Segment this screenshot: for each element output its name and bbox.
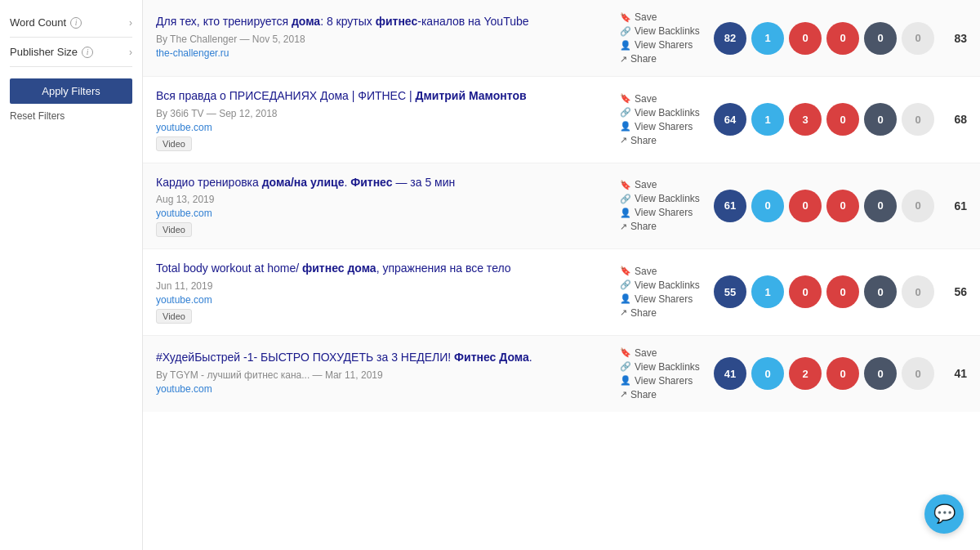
view-sharers-label: View Sharers [635, 121, 693, 132]
article-info: Для тех, кто тренируется дома: 8 крутых … [156, 14, 612, 62]
article-domain[interactable]: youtube.com [156, 208, 612, 219]
share-icon: ↗ [620, 389, 627, 400]
article-title[interactable]: Для тех, кто тренируется дома: 8 крутых … [156, 14, 612, 30]
save-icon: 🔖 [620, 266, 631, 276]
view-sharers-action[interactable]: 👤 View Sharers [620, 293, 706, 305]
view-backlinks-label: View Backlinks [635, 193, 700, 204]
share-label: Share [630, 53, 657, 65]
share-icon: ↗ [620, 54, 627, 65]
video-badge: Video [156, 309, 192, 324]
backlinks-icon: 🔗 [620, 279, 631, 290]
article-domain[interactable]: youtube.com [156, 294, 612, 306]
view-sharers-action[interactable]: 👤 View Sharers [620, 207, 706, 218]
article-info: #ХудейБыстрей -1- БЫСТРО ПОХУДЕТЬ за 3 Н… [156, 350, 612, 398]
view-sharers-label: View Sharers [635, 207, 693, 218]
save-label: Save [635, 179, 657, 190]
article-actions: 🔖 Save 🔗 View Backlinks 👤 View Sharers ↗… [620, 347, 706, 400]
view-backlinks-action[interactable]: 🔗 View Backlinks [620, 361, 706, 373]
pinterest-circle: 0 [826, 357, 859, 390]
facebook-circle: 0 [751, 190, 784, 222]
save-label: Save [635, 266, 657, 277]
view-sharers-label: View Sharers [635, 293, 693, 305]
article-title[interactable]: Вся правда о ПРИСЕДАНИЯХ Дома | ФИТНЕС |… [156, 88, 612, 105]
share-label: Share [630, 135, 657, 146]
word-count-filter[interactable]: Word Count i › [10, 8, 132, 38]
view-backlinks-label: View Backlinks [635, 25, 700, 37]
article-title[interactable]: #ХудейБыстрей -1- БЫСТРО ПОХУДЕТЬ за 3 Н… [156, 350, 612, 366]
backlinks-icon: 🔗 [620, 194, 631, 204]
article-title[interactable]: Кардио тренировка дома/на улице. Фитнес … [156, 175, 612, 191]
facebook-circle: 0 [751, 357, 784, 390]
article-domain[interactable]: youtube.com [156, 383, 612, 395]
reddit-circle: 0 [789, 275, 822, 308]
article-domain[interactable]: the-challenger.ru [156, 47, 612, 59]
save-action[interactable]: 🔖 Save [620, 93, 706, 105]
view-sharers-label: View Sharers [635, 375, 693, 387]
view-backlinks-action[interactable]: 🔗 View Backlinks [620, 107, 706, 118]
extra-circle: 0 [902, 275, 934, 308]
results-list: Для тех, кто тренируется дома: 8 крутых … [143, 0, 980, 550]
article-actions: 🔖 Save 🔗 View Backlinks 👤 View Sharers ↗… [620, 11, 706, 65]
facebook-circle: 1 [751, 103, 784, 136]
share-action[interactable]: ↗ Share [620, 135, 706, 146]
article-meta: Jun 11, 2019 [156, 280, 612, 292]
extra-circle: 0 [902, 22, 934, 55]
view-backlinks-action[interactable]: 🔗 View Backlinks [620, 279, 706, 291]
save-action[interactable]: 🔖 Save [620, 179, 706, 190]
word-count-label: Word Count [10, 16, 66, 29]
table-row: Кардио тренировка дома/на улице. Фитнес … [143, 163, 980, 250]
total-links-circle: 41 [714, 357, 746, 390]
save-label: Save [635, 347, 657, 359]
save-action[interactable]: 🔖 Save [620, 266, 706, 277]
article-meta: By TGYM - лучший фитнес кана... — Mar 11… [156, 369, 612, 381]
pinterest-circle: 0 [826, 190, 859, 222]
article-meta: Aug 13, 2019 [156, 194, 612, 205]
save-action[interactable]: 🔖 Save [620, 11, 706, 23]
save-label: Save [635, 11, 657, 23]
view-sharers-action[interactable]: 👤 View Sharers [620, 375, 706, 387]
apply-filters-button[interactable]: Apply Filters [10, 78, 132, 104]
total-links-circle: 64 [714, 103, 746, 136]
share-action[interactable]: ↗ Share [620, 221, 706, 232]
extra-circle: 0 [902, 103, 934, 136]
metrics-circles: 82 1 0 0 0 0 [714, 22, 934, 55]
reset-filters-link[interactable]: Reset Filters [10, 110, 132, 122]
share-action[interactable]: ↗ Share [620, 389, 706, 400]
article-actions: 🔖 Save 🔗 View Backlinks 👤 View Sharers ↗… [620, 266, 706, 319]
view-backlinks-action[interactable]: 🔗 View Backlinks [620, 25, 706, 37]
share-icon: ↗ [620, 307, 627, 318]
facebook-circle: 1 [751, 275, 784, 308]
share-icon: ↗ [620, 135, 627, 145]
article-title[interactable]: Total body workout at home/ фитнес дома,… [156, 261, 612, 277]
sharers-icon: 👤 [620, 121, 631, 132]
sharers-icon: 👤 [620, 293, 631, 304]
view-backlinks-label: View Backlinks [635, 361, 700, 373]
share-action[interactable]: ↗ Share [620, 307, 706, 319]
view-sharers-action[interactable]: 👤 View Sharers [620, 39, 706, 51]
reddit-circle: 0 [789, 190, 822, 222]
share-action[interactable]: ↗ Share [620, 53, 706, 65]
article-domain[interactable]: youtube.com [156, 122, 612, 133]
metrics-circles: 41 0 2 0 0 0 [714, 357, 934, 390]
total-count: 68 [942, 113, 967, 126]
publisher-size-info-icon: i [82, 47, 93, 58]
word-count-info-icon: i [70, 17, 82, 29]
save-label: Save [635, 93, 657, 105]
view-backlinks-action[interactable]: 🔗 View Backlinks [620, 193, 706, 204]
chat-button[interactable]: 💬 [924, 494, 964, 534]
article-actions: 🔖 Save 🔗 View Backlinks 👤 View Sharers ↗… [620, 179, 706, 232]
pinterest-circle: 0 [826, 22, 859, 55]
pinterest-circle: 0 [826, 275, 859, 308]
backlinks-icon: 🔗 [620, 26, 631, 37]
reddit-circle: 0 [789, 22, 822, 55]
backlinks-icon: 🔗 [620, 107, 631, 118]
save-action[interactable]: 🔖 Save [620, 347, 706, 359]
share-icon: ↗ [620, 221, 627, 232]
metrics-circles: 61 0 0 0 0 0 [714, 190, 934, 222]
save-icon: 🔖 [620, 93, 631, 104]
view-sharers-action[interactable]: 👤 View Sharers [620, 121, 706, 132]
extra-circle: 0 [902, 190, 934, 222]
publisher-size-filter[interactable]: Publisher Size i › [10, 38, 132, 67]
video-badge: Video [156, 222, 192, 237]
share-label: Share [630, 307, 657, 319]
